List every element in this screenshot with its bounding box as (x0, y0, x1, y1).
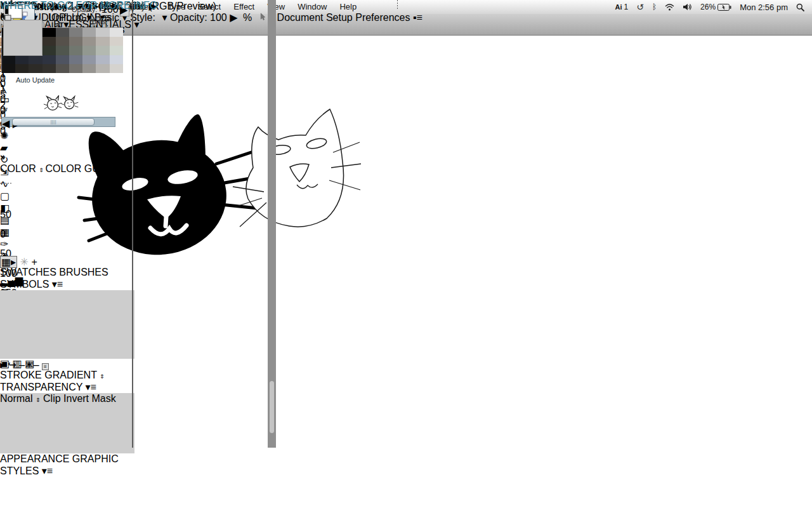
tab-gradient[interactable]: GRADIENT (44, 370, 96, 380)
harmony-swatch[interactable] (82, 37, 96, 46)
harmony-swatch[interactable] (29, 55, 42, 64)
auto-update-label: Auto Update (16, 76, 55, 84)
menu-status-area: Ai 1 ↺ ᛒ 26% Mo (615, 2, 812, 12)
harmony-swatch[interactable] (96, 64, 109, 73)
harmony-swatch[interactable] (56, 64, 69, 73)
color-guide-footer: ▦▸ ✳ + (0, 256, 134, 267)
tab-stroke[interactable]: STROKE (0, 370, 42, 380)
dock-scroll-thumb[interactable] (270, 381, 274, 433)
menu-clock[interactable]: Mon 2:56 pm (740, 3, 788, 12)
harmony-swatch[interactable] (82, 64, 96, 73)
harmony-swatch[interactable] (56, 37, 69, 46)
harmony-swatch[interactable] (56, 46, 69, 55)
symbols-panel[interactable] (0, 290, 134, 359)
time-machine-icon[interactable]: ↺ (636, 2, 644, 12)
harmony-swatch[interactable] (110, 64, 123, 73)
illustrator-app-icon: Ai (615, 3, 622, 11)
harmony-swatch[interactable] (56, 28, 69, 37)
collapse-dock-column2-bar[interactable]: » (0, 151, 134, 163)
harmony-swatch[interactable] (2, 64, 15, 73)
bluetooth-icon[interactable]: ᛒ (652, 3, 657, 11)
harmony-swatch[interactable] (43, 55, 56, 64)
background-window: WHERE TO GO FOR MORE INFO (0, 0, 157, 11)
harmony-swatch[interactable] (69, 46, 82, 55)
opacity-mask-thumbnail[interactable] (3, 20, 43, 56)
harmony-swatch[interactable] (96, 37, 109, 46)
document-setup-button[interactable]: Document Setup (277, 12, 353, 23)
harmony-swatch[interactable] (96, 28, 109, 37)
harmony-swatch[interactable] (15, 55, 29, 64)
opacity-slider-button[interactable]: ▶ (230, 12, 237, 23)
harmony-swatch[interactable] (69, 64, 82, 73)
panel-menu-icon[interactable]: ▾≡ (86, 382, 96, 392)
tab-color-guide[interactable]: ⇕ COLOR GUIDE (39, 163, 116, 174)
panel-menu-icon[interactable]: ▾≡ (119, 163, 130, 174)
dock-right-gutter (268, 0, 276, 448)
tab-symbols[interactable]: SYMBOLS (0, 279, 49, 290)
cutstudio-horizontal-scrollbar[interactable]: ◀ ||||| ▶ (1, 117, 115, 127)
panel-menu-icon[interactable]: ▾≡ (42, 465, 53, 476)
tab-swatches[interactable]: SWATCHES (0, 267, 56, 277)
control-panel-menu-icon[interactable]: ▪≡ (413, 12, 422, 23)
harmony-swatch[interactable] (82, 28, 96, 37)
harmony-swatch[interactable] (82, 46, 96, 55)
harmony-swatch[interactable] (15, 64, 29, 73)
panel-cycle-icon: ⇕ (39, 167, 45, 173)
edit-colors-wheel-icon[interactable]: ✳ (20, 257, 29, 267)
style-dropdown[interactable]: ▾ (162, 12, 169, 23)
harmony-swatch[interactable] (69, 37, 82, 46)
symbols-footer: ▸ ↪ –✶– ≡ (0, 359, 134, 370)
harmony-swatch[interactable] (56, 55, 69, 64)
tints-label: Tints (91, 18, 105, 25)
illustrator-screen: Illustrator FileEditObjectTypeSelectEffe… (0, 0, 812, 508)
harmony-swatch[interactable] (2, 55, 15, 64)
graphic-styles-tab-bar: APPEARANCE GRAPHIC STYLES ▾≡ (0, 453, 134, 477)
battery-indicator[interactable]: 26% (700, 3, 731, 11)
blend-mode-select[interactable]: Normal ⇕ (0, 393, 43, 404)
panel-menu-icon[interactable]: ▾≡ (52, 279, 63, 290)
color-guide-tab-bar: COLOR ⇕ COLOR GUIDE ▾≡ (0, 163, 134, 175)
harmony-swatch[interactable] (69, 55, 82, 64)
select-similar-icon (259, 13, 266, 21)
symbol-libraries-icon[interactable]: ▸ (0, 359, 5, 370)
save-color-group-icon[interactable]: + (31, 257, 37, 267)
opacity-field[interactable]: 100 (210, 12, 227, 23)
transparency-panel: Normal ⇕ Opacity: 100 ▶ % Clip Invert Ma… (0, 393, 134, 453)
harmony-swatch[interactable] (110, 28, 123, 37)
opacity-panel-link[interactable]: Opacity: (170, 12, 207, 23)
harmony-swatch[interactable] (96, 46, 109, 55)
tab-color[interactable]: COLOR (0, 163, 36, 174)
open-documents-badge[interactable]: Ai 1 (615, 3, 628, 11)
cutstudio-hscroll-thumb[interactable]: ||||| (12, 118, 95, 126)
harmony-swatch[interactable] (110, 46, 123, 55)
harmony-swatch[interactable] (43, 28, 56, 37)
volume-icon[interactable] (683, 3, 692, 11)
graphic-styles-panel-broken (0, 477, 134, 508)
harmony-swatch[interactable] (43, 37, 56, 46)
dock-column-divider[interactable] (132, 0, 133, 448)
tab-brushes[interactable]: BRUSHES (59, 267, 108, 277)
cut-preview-thumbnail (43, 94, 82, 116)
harmony-swatch[interactable] (96, 55, 109, 64)
harmony-swatch[interactable] (29, 64, 42, 73)
break-link-icon[interactable]: –✶– (19, 359, 39, 370)
harmony-swatch[interactable] (82, 55, 96, 64)
wifi-icon[interactable] (665, 3, 674, 11)
invert-mask-label: Invert Mask (63, 393, 116, 404)
chevron-down-icon: ▾ (162, 12, 167, 23)
harmony-swatch[interactable] (69, 28, 82, 37)
place-symbol-instance-icon[interactable]: ↪ (8, 359, 16, 370)
transparency-tab-bar: STROKE GRADIENT ⇕ TRANSPARENCY ▾≡ (0, 370, 134, 393)
tab-appearance[interactable]: APPEARANCE (0, 453, 69, 464)
harmony-swatch[interactable] (110, 55, 123, 64)
spotlight-icon[interactable] (796, 3, 804, 11)
panel-cycle-icon: ⇕ (100, 373, 105, 380)
harmony-swatch[interactable] (110, 37, 123, 46)
updown-arrows-icon: ⇕ (36, 397, 41, 403)
harmony-swatch[interactable] (43, 64, 56, 73)
preferences-button[interactable]: Preferences (355, 12, 410, 23)
scroll-left-icon[interactable]: ◀ (2, 118, 10, 129)
chevron-down-icon[interactable]: ▾ (58, 20, 61, 26)
harmony-swatch[interactable] (43, 46, 56, 55)
background-headline: WHERE TO GO FOR MORE INFO (0, 0, 157, 11)
